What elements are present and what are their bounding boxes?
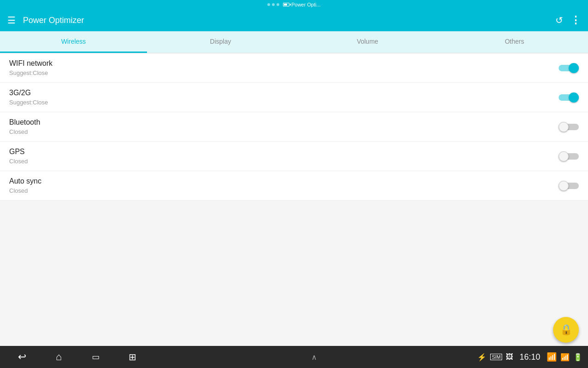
gps-toggle-thumb	[559, 151, 569, 161]
autosync-toggle[interactable]	[559, 181, 579, 191]
setting-row-autosync: Auto sync Closed	[0, 171, 588, 201]
wifi-signal-icon: 📶	[547, 352, 557, 362]
app-bar: ☰ Power Optimizer ↺ ⋮	[0, 9, 588, 31]
battery-icon: 🔋	[573, 353, 582, 362]
3g2g-toggle-thumb	[569, 92, 579, 103]
sim-card-icon: SIM	[490, 354, 502, 360]
status-dots	[267, 3, 279, 6]
bluetooth-title: Bluetooth	[9, 118, 559, 126]
gps-toggle[interactable]	[559, 151, 579, 161]
signal-bars-icon: 📶	[560, 353, 570, 362]
3g2g-title: 3G/2G	[9, 89, 559, 97]
bluetooth-toggle[interactable]	[559, 122, 579, 132]
tab-volume[interactable]: Volume	[294, 31, 441, 53]
nav-left-buttons: ↩ ⌂ ▭ ⊞	[0, 346, 151, 368]
wifi-subtitle: Suggest:Close	[9, 69, 559, 76]
bluetooth-info: Bluetooth Closed	[9, 118, 559, 135]
bluetooth-toggle-thumb	[559, 122, 569, 132]
app-bar-icons: ↺ ⋮	[555, 14, 581, 26]
dot-3	[277, 3, 279, 6]
gps-title: GPS	[9, 148, 559, 156]
3g2g-info: 3G/2G Suggest:Close	[9, 89, 559, 106]
gps-info: GPS Closed	[9, 148, 559, 165]
nav-bar: ↩ ⌂ ▭ ⊞ ∧ ⚡ SIM 🖼 16:10 📶 📶 🔋	[0, 346, 588, 368]
back-icon: ↩	[18, 351, 26, 363]
3g2g-subtitle: Suggest:Close	[9, 99, 559, 106]
gallery-icon: 🖼	[506, 353, 513, 361]
back-button[interactable]: ↩	[4, 346, 40, 368]
autosync-subtitle: Closed	[9, 187, 559, 194]
grid-icon: ⊞	[129, 351, 136, 362]
status-bar-top: Power Opti...	[0, 0, 588, 9]
tab-display[interactable]: Display	[147, 31, 294, 53]
tab-bar: Wireless Display Volume Others	[0, 31, 588, 53]
nav-right-status: ⚡ SIM 🖼 16:10 📶 📶 🔋	[477, 352, 588, 362]
3g2g-toggle[interactable]	[559, 92, 579, 103]
wifi-toggle[interactable]	[559, 63, 579, 73]
wifi-info: WIFI network Suggest:Close	[9, 59, 559, 76]
recent-icon: ▭	[92, 352, 100, 362]
home-button[interactable]: ⌂	[40, 346, 77, 368]
autosync-title: Auto sync	[9, 177, 559, 185]
autosync-info: Auto sync Closed	[9, 177, 559, 194]
setting-row-3g2g: 3G/2G Suggest:Close	[0, 83, 588, 112]
setting-row-bluetooth: Bluetooth Closed	[0, 112, 588, 142]
recent-apps-button[interactable]: ▭	[77, 346, 114, 368]
refresh-button[interactable]: ↺	[555, 15, 563, 26]
more-options-button[interactable]: ⋮	[571, 14, 581, 26]
hamburger-menu[interactable]: ☰	[7, 15, 16, 26]
app-title: Power Optimizer	[23, 16, 555, 25]
gps-subtitle: Closed	[9, 158, 559, 165]
dot-2	[272, 3, 275, 6]
battery-icon-top	[283, 3, 289, 6]
tab-wireless[interactable]: Wireless	[0, 31, 147, 53]
fab-button[interactable]: 🔒	[553, 317, 579, 343]
lock-icon: 🔒	[560, 324, 572, 336]
dot-1	[267, 3, 270, 6]
bluetooth-subtitle: Closed	[9, 128, 559, 135]
setting-row-wifi: WIFI network Suggest:Close	[0, 53, 588, 83]
clock: 16:10	[520, 352, 540, 362]
nav-center: ∧	[151, 353, 477, 362]
app-label: Power Opti...	[291, 2, 321, 7]
setting-row-gps: GPS Closed	[0, 142, 588, 171]
usb-icon: ⚡	[477, 353, 486, 362]
settings-list: WIFI network Suggest:Close 3G/2G Suggest…	[0, 53, 588, 201]
tab-others[interactable]: Others	[441, 31, 588, 53]
wifi-title: WIFI network	[9, 59, 559, 68]
home-icon: ⌂	[56, 351, 62, 363]
chevron-up-icon: ∧	[311, 353, 317, 362]
autosync-toggle-thumb	[559, 181, 569, 191]
grid-button[interactable]: ⊞	[114, 346, 151, 368]
wifi-toggle-thumb	[569, 63, 579, 73]
